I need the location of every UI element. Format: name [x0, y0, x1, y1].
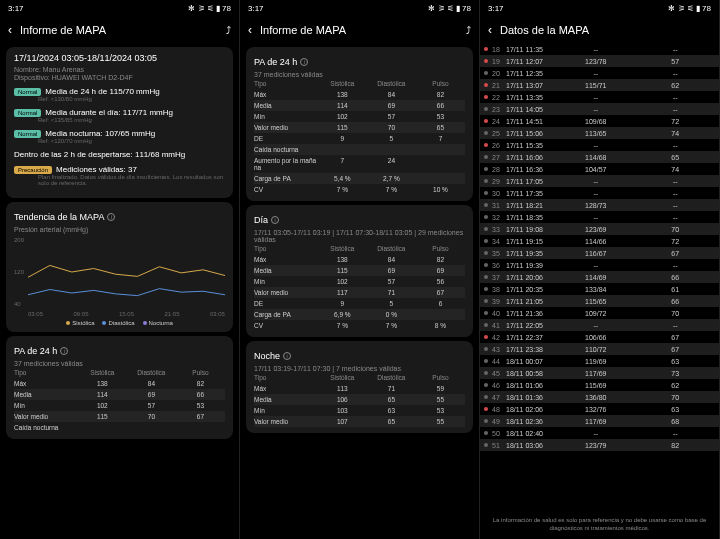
pane-report-2: 3:17✻ ⚞ ⚟ ▮78 ‹ Informe de MAPA ⤴ PA de … — [240, 0, 480, 539]
data-row[interactable]: 3817/11 20:35133/8461 — [480, 283, 719, 295]
table-row: CV7 %7 %10 % — [254, 184, 465, 195]
trend-chart[interactable]: 20012040 — [14, 237, 225, 307]
share-icon[interactable]: ⤴ — [466, 25, 471, 36]
back-icon[interactable]: ‹ — [488, 23, 492, 37]
table-row: Mín1036353 — [254, 405, 465, 416]
status-time: 3:17 — [8, 4, 24, 13]
data-row[interactable]: 4818/11 02:06132/7663 — [480, 403, 719, 415]
data-row[interactable]: 2417/11 14:51109/6872 — [480, 115, 719, 127]
data-row[interactable]: 4117/11 22:05---- — [480, 319, 719, 331]
page-title: Informe de MAPA — [260, 24, 458, 36]
data-row[interactable]: 2017/11 12:35---- — [480, 67, 719, 79]
data-row[interactable]: 2117/11 13:07115/7162 — [480, 79, 719, 91]
data-row[interactable]: 2217/11 13:35---- — [480, 91, 719, 103]
table-row: Mín1025753 — [254, 111, 465, 122]
data-row[interactable]: 5118/11 03:06123/7982 — [480, 439, 719, 451]
data-row[interactable]: 3317/11 19:08123/6970 — [480, 223, 719, 235]
info-icon[interactable]: i — [107, 213, 115, 221]
table-row: Valor medio1076555 — [254, 416, 465, 427]
data-row[interactable]: 1817/11 11:35---- — [480, 43, 719, 55]
trend-title: Tendencia de la MAPAi — [14, 212, 225, 222]
data-row[interactable]: 2317/11 14:05---- — [480, 103, 719, 115]
data-row[interactable]: 3217/11 18:35---- — [480, 211, 719, 223]
table-row: Mín1025753 — [14, 400, 225, 411]
data-row[interactable]: 3417/11 19:15114/6672 — [480, 235, 719, 247]
table-row: Media1146966 — [254, 100, 465, 111]
data-row[interactable]: 3617/11 19:39---- — [480, 259, 719, 271]
header: ‹ Informe de MAPA ⤴ — [0, 17, 239, 43]
page-title: Informe de MAPA — [20, 24, 218, 36]
table-row: Carga de PA6,9 %0 % — [254, 309, 465, 320]
table-row: DE956 — [254, 298, 465, 309]
table-row: Valor medio1157067 — [14, 411, 225, 422]
table-row: Máx1388482 — [254, 89, 465, 100]
data-row[interactable]: 4618/11 01:06115/6962 — [480, 379, 719, 391]
table-row: Media1156969 — [254, 265, 465, 276]
data-row[interactable]: 4718/11 01:36136/8070 — [480, 391, 719, 403]
data-row[interactable]: 2717/11 16:06114/6865 — [480, 151, 719, 163]
summary-card: 17/11/2024 03:05-18/11/2024 03:05 Nombre… — [6, 47, 233, 198]
data-row[interactable]: 3117/11 18:21128/73-- — [480, 199, 719, 211]
back-icon[interactable]: ‹ — [8, 23, 12, 37]
table-row: Caída nocturna — [254, 144, 465, 155]
data-row[interactable]: 2917/11 17:05---- — [480, 175, 719, 187]
data-list[interactable]: 1817/11 11:35----1917/11 12:07123/785720… — [480, 43, 719, 451]
data-row[interactable]: 4017/11 21:36109/7270 — [480, 307, 719, 319]
pane-report-1: 3:17 ✻ ⚞ ⚟ ▮78 ‹ Informe de MAPA ⤴ 17/11… — [0, 0, 240, 539]
data-row[interactable]: 3717/11 20:06114/6966 — [480, 271, 719, 283]
status-icons: ✻ ⚞ ⚟ ▮78 — [188, 4, 231, 13]
metrics-list: NormalMedia de 24 h de 115/70 mmHgRef: <… — [14, 87, 225, 186]
table-row: Máx1137159 — [254, 383, 465, 394]
pa24-card: PA de 24 hi 37 mediciones válidas TipoSi… — [6, 336, 233, 439]
table-row: Valor medio1157065 — [254, 122, 465, 133]
table-row: Máx1388482 — [254, 254, 465, 265]
table-row: CV7 %7 %8 % — [254, 320, 465, 331]
night-section: Nochei 17/11 03:19-17/11 07:30 | 7 medic… — [246, 341, 473, 433]
table-row: DE957 — [254, 133, 465, 144]
data-row[interactable]: 4217/11 22:37106/6667 — [480, 331, 719, 343]
data-row[interactable]: 4317/11 23:38110/7267 — [480, 343, 719, 355]
table-row: Aumento por la maña na724 — [254, 155, 465, 173]
table-row: Media1066555 — [254, 394, 465, 405]
table-row: Valor medio1177167 — [254, 287, 465, 298]
status-bar: 3:17✻ ⚞ ⚟ ▮78 — [480, 0, 719, 17]
data-row[interactable]: 1917/11 12:07123/7857 — [480, 55, 719, 67]
data-row[interactable]: 3517/11 19:35116/6767 — [480, 247, 719, 259]
status-bar: 3:17 ✻ ⚞ ⚟ ▮78 — [0, 0, 239, 17]
day-section: Díai 17/11 03:05-17/11 03:19 | 17/11 07:… — [246, 205, 473, 337]
data-row[interactable]: 4918/11 02:36117/6968 — [480, 415, 719, 427]
pane-data: 3:17✻ ⚞ ⚟ ▮78 ‹ Datos de la MAPA 1817/11… — [480, 0, 720, 539]
data-row[interactable]: 2517/11 15:06113/6574 — [480, 127, 719, 139]
table-row: Caída nocturna — [14, 422, 225, 433]
data-row[interactable]: 4418/11 00:07119/6963 — [480, 355, 719, 367]
data-row[interactable]: 3917/11 21:05115/6566 — [480, 295, 719, 307]
table-row: Mín1025756 — [254, 276, 465, 287]
data-row[interactable]: 5018/11 02:40---- — [480, 427, 719, 439]
page-title: Datos de la MAPA — [500, 24, 711, 36]
table-row: Carga de PA5,4 %2,7 % — [254, 173, 465, 184]
table-row: Máx1388482 — [14, 378, 225, 389]
date-range: 17/11/2024 03:05-18/11/2024 03:05 — [14, 53, 225, 63]
data-row[interactable]: 4518/11 00:58117/6973 — [480, 367, 719, 379]
pa24-section: PA de 24 hi 37 mediciones válidas TipoSi… — [246, 47, 473, 201]
chart-legend: SistólicaDiastólicaNocturna — [14, 320, 225, 326]
back-icon[interactable]: ‹ — [248, 23, 252, 37]
info-icon[interactable]: i — [60, 347, 68, 355]
data-row[interactable]: 2617/11 15:35---- — [480, 139, 719, 151]
disclaimer: La información de salud es solo para ref… — [480, 511, 719, 539]
share-icon[interactable]: ⤴ — [226, 25, 231, 36]
trend-card: Tendencia de la MAPAi Presión arterial (… — [6, 202, 233, 332]
table-row: Media1146966 — [14, 389, 225, 400]
data-row[interactable]: 2817/11 16:36104/5774 — [480, 163, 719, 175]
data-row[interactable]: 3017/11 17:35---- — [480, 187, 719, 199]
status-bar: 3:17✻ ⚞ ⚟ ▮78 — [240, 0, 479, 17]
